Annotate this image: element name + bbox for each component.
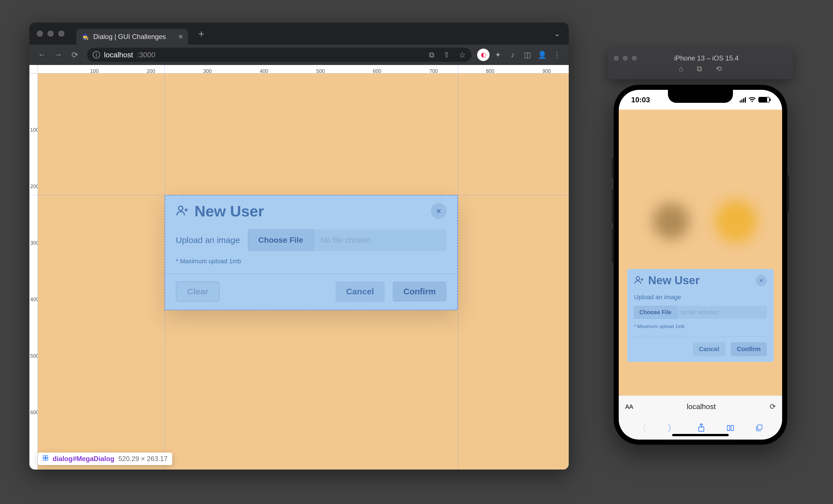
- browser-titlebar: 🧙 Dialog | GUI Challenges × ＋ ⌄: [29, 23, 569, 45]
- dialog-close-button[interactable]: [431, 203, 447, 219]
- user-plus-icon: [176, 204, 189, 218]
- mobile-upload-hint: * Maximum upload 1mb: [634, 319, 767, 329]
- safari-forward-icon[interactable]: 〉: [667, 422, 676, 435]
- cancel-button[interactable]: Cancel: [335, 281, 385, 302]
- simulator-titlebar: iPhone 13 – iOS 15.4 ⌂ ⧉ ⟲: [608, 48, 793, 79]
- media-icon[interactable]: ♪: [506, 49, 519, 61]
- window-traffic-lights[interactable]: [29, 30, 72, 37]
- text-size-icon[interactable]: AA: [625, 403, 633, 410]
- file-status: No file chosen: [314, 229, 447, 251]
- kebab-menu-icon[interactable]: ⋮: [551, 49, 563, 61]
- svg-rect-15: [758, 425, 762, 429]
- mobile-dialog: New User Upload an image Choose File no …: [627, 269, 774, 362]
- safari-bookmarks-icon[interactable]: [726, 424, 735, 434]
- safari-address-bar[interactable]: AA localhost ⟳: [619, 396, 782, 418]
- mobile-cancel-button[interactable]: Cancel: [693, 342, 725, 356]
- mobile-file-input[interactable]: Choose File no file selected: [634, 306, 767, 319]
- mobile-close-button[interactable]: [756, 275, 767, 286]
- omnibox[interactable]: i localhost:3000 ⧉ ⇧ ☆: [87, 48, 472, 62]
- status-time: 10:03: [631, 96, 650, 104]
- iphone-device: 10:03 New User: [614, 85, 787, 445]
- home-indicator[interactable]: [672, 434, 729, 436]
- panel-icon[interactable]: ◫: [521, 49, 534, 61]
- battery-icon: [758, 97, 770, 103]
- ruler-vertical: 100 200 300 400 500 600: [29, 73, 38, 470]
- ruler-tick: 100: [30, 127, 39, 133]
- dialog-header: New User: [165, 196, 457, 227]
- safari-tabs-icon[interactable]: [755, 424, 763, 434]
- nav-back-icon[interactable]: ←: [35, 48, 49, 61]
- tab-close-icon[interactable]: ×: [170, 32, 183, 41]
- mobile-confirm-button[interactable]: Confirm: [731, 342, 767, 356]
- browser-toolbar: ← → ⟳ i localhost:3000 ⧉ ⇧ ☆ ◐ ✦ ♪ ◫ 👤 ⋮: [29, 45, 569, 65]
- background-blob: [715, 200, 757, 243]
- mobile-file-status: no file selected: [677, 306, 767, 319]
- devtools-inspect-tooltip: dialog#MegaDialog 520.29 × 263.17: [38, 453, 172, 465]
- ruler-corner: [29, 65, 38, 73]
- share-icon[interactable]: ⇧: [438, 51, 450, 59]
- nav-reload-icon[interactable]: ⟳: [68, 48, 81, 61]
- grid-icon: [42, 455, 49, 463]
- phone-notch: [668, 90, 733, 103]
- profile-avatar-icon[interactable]: 👤: [536, 49, 548, 61]
- signal-icon: [740, 97, 746, 103]
- inspect-selector: dialog#MegaDialog: [53, 455, 115, 463]
- clear-button[interactable]: Clear: [176, 281, 220, 302]
- tab-favicon-icon: 🧙: [81, 33, 89, 41]
- tabstrip-menu-icon[interactable]: ⌄: [546, 29, 569, 38]
- confirm-button[interactable]: Confirm: [392, 281, 447, 302]
- close-icon: [759, 278, 763, 283]
- safari-share-icon[interactable]: [697, 423, 705, 434]
- upload-label: Upload an image: [176, 235, 240, 245]
- new-tab-button[interactable]: ＋: [188, 27, 215, 40]
- safari-back-icon[interactable]: 〈: [638, 422, 647, 435]
- svg-point-9: [636, 277, 640, 280]
- simulator-traffic-lights[interactable]: [608, 56, 642, 61]
- svg-rect-7: [43, 458, 45, 460]
- ruler-tick: 600: [30, 410, 39, 415]
- choose-file-button[interactable]: Choose File: [248, 229, 314, 251]
- file-input[interactable]: Choose File No file chosen: [248, 229, 447, 251]
- extension-compass-icon[interactable]: ◐: [477, 49, 490, 61]
- extensions-icon[interactable]: ✦: [492, 49, 504, 61]
- site-info-icon[interactable]: i: [93, 51, 100, 58]
- sim-home-icon[interactable]: ⌂: [679, 65, 684, 73]
- svg-rect-5: [43, 456, 45, 458]
- inspect-dimensions: 520.29 × 263.17: [118, 455, 168, 463]
- mobile-choose-file-button[interactable]: Choose File: [634, 306, 677, 319]
- nav-forward-icon[interactable]: →: [51, 48, 65, 61]
- svg-rect-8: [46, 458, 48, 460]
- dialog-footer: Clear Cancel Confirm: [165, 274, 457, 310]
- safari-reload-icon[interactable]: ⟳: [770, 402, 776, 411]
- svg-point-0: [178, 206, 183, 210]
- mega-dialog: New User Upload an image Choose File No …: [165, 195, 458, 310]
- background-blob: [653, 203, 689, 240]
- svg-rect-6: [46, 456, 48, 458]
- ruler-tick: 400: [30, 297, 39, 303]
- tab-title: Dialog | GUI Challenges: [93, 33, 166, 41]
- ruler-tick: 500: [30, 353, 39, 359]
- sim-screenshot-icon[interactable]: ⧉: [697, 65, 702, 73]
- upload-hint: * Maximum upload 1mb: [176, 251, 447, 265]
- ruler-tick: 200: [30, 184, 39, 190]
- guide-line: [458, 65, 458, 470]
- url-host: localhost: [104, 51, 133, 59]
- open-external-icon[interactable]: ⧉: [429, 51, 434, 59]
- chrome-window: 🧙 Dialog | GUI Challenges × ＋ ⌄ ← → ⟳ i …: [29, 23, 569, 470]
- phone-screen: 10:03 New User: [619, 90, 782, 439]
- ruler-tick: 300: [30, 240, 39, 246]
- browser-tab[interactable]: 🧙 Dialog | GUI Challenges ×: [76, 29, 188, 45]
- safari-content[interactable]: New User Upload an image Choose File no …: [619, 109, 782, 396]
- safari-address: localhost: [637, 402, 766, 411]
- safari-toolbar: 〈 〉: [619, 418, 782, 439]
- page-canvas[interactable]: New User Upload an image Choose File No …: [38, 73, 569, 470]
- star-icon[interactable]: ☆: [454, 50, 466, 59]
- mobile-dialog-title: New User: [648, 274, 752, 287]
- close-icon: [435, 208, 442, 214]
- wifi-icon: [749, 96, 756, 104]
- sim-rotate-icon[interactable]: ⟲: [716, 65, 722, 73]
- viewport: 100 200 300 400 500 600 700 800 900 100 …: [29, 65, 569, 470]
- mobile-upload-label: Upload an image: [634, 294, 767, 301]
- user-plus-icon: [634, 275, 644, 286]
- url-port: :3000: [137, 51, 156, 59]
